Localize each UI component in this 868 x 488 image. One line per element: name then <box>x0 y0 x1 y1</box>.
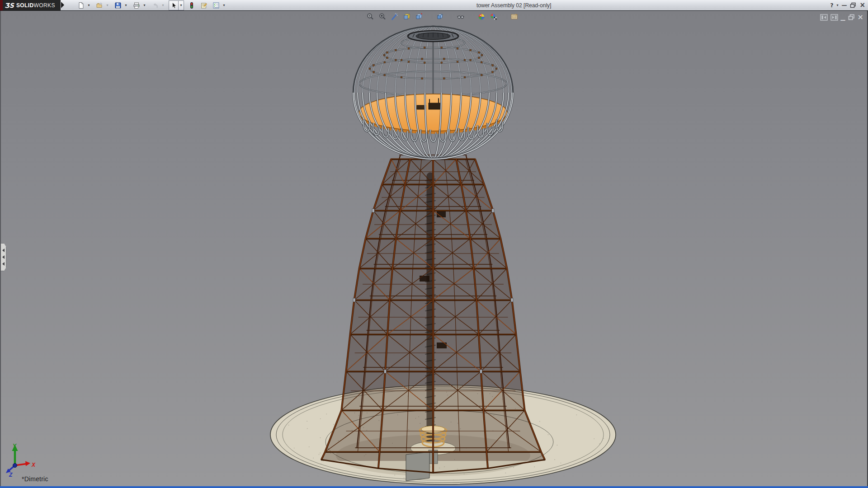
logo-red-stripe <box>0 0 3 10</box>
brand-text-solid: SOLID <box>16 2 34 9</box>
save-button[interactable] <box>113 0 123 10</box>
new-document-button[interactable] <box>76 0 86 10</box>
solidworks-logo: ƷS SOLIDWORKS <box>0 0 61 10</box>
document-window-controls: ▁ × <box>820 14 863 21</box>
view-settings-frame-button[interactable] <box>509 12 519 22</box>
print-dropdown[interactable]: ▾ <box>142 0 147 10</box>
collapse-arrow-icon <box>2 249 5 252</box>
open-folder-dropdown[interactable]: ▾ <box>104 0 110 10</box>
doc-restore-button[interactable] <box>848 14 855 20</box>
select-cursor-button[interactable] <box>169 0 179 10</box>
doc-minimize-button[interactable]: ▁ <box>841 14 845 20</box>
zoom-to-area-button[interactable] <box>377 12 387 22</box>
doc-restore-icon <box>848 14 855 20</box>
new-document-dropdown[interactable]: ▾ <box>86 0 92 10</box>
restore-button[interactable] <box>850 2 856 8</box>
next-window-button[interactable] <box>830 14 838 21</box>
feature-manager-collapsed-tab[interactable] <box>1 243 6 271</box>
apply-scene-sphere-button[interactable] <box>489 12 499 22</box>
options-list-dropdown[interactable]: ▾ <box>221 0 227 10</box>
model-canvas[interactable]: X Y Z <box>1 11 867 486</box>
toolbar-flyout-arrow-icon[interactable] <box>61 2 64 8</box>
view-orientation-label: *Dimetric <box>22 475 48 483</box>
help-dropdown-icon[interactable]: ▾ <box>836 4 838 7</box>
triad-x-label: X <box>31 462 36 468</box>
section-view-button[interactable] <box>402 12 412 22</box>
window-title: tower Assembly 02 [Read-only] <box>476 0 551 10</box>
prev-window-button[interactable] <box>820 14 828 21</box>
restore-icon <box>850 2 856 8</box>
edit-appearance-sphere-button[interactable] <box>476 12 486 22</box>
reference-triad: X Y Z <box>6 443 36 478</box>
triad-z-label: Z <box>9 472 13 478</box>
triad-y-label: Y <box>13 443 17 449</box>
next-window-icon <box>830 14 838 21</box>
view-orientation-cube-button[interactable] <box>414 12 424 22</box>
graphics-viewport[interactable]: X Y Z ▁ × *Dimetric <box>0 11 868 486</box>
title-bar: ƷS SOLIDWORKS ▾▾▾▾▾▾▾ tower Assembly 02 … <box>0 0 868 11</box>
heads-up-view-toolbar <box>365 12 522 22</box>
open-folder-button[interactable] <box>94 0 104 10</box>
dome-cage <box>353 26 513 159</box>
undo-dropdown[interactable]: ▾ <box>160 0 166 10</box>
collapse-arrow-icon <box>2 255 5 259</box>
display-style-cube-button[interactable] <box>435 12 445 22</box>
help-button[interactable]: ? <box>830 3 833 8</box>
window-bottom-border <box>0 486 868 488</box>
solidworks-mark-icon: ƷS <box>5 2 14 9</box>
close-button[interactable]: × <box>859 2 865 9</box>
select-cursor-dropdown[interactable]: ▾ <box>179 0 184 10</box>
undo-button[interactable] <box>150 0 160 10</box>
properties-note-button[interactable] <box>199 0 209 10</box>
magnified-selection-wand-button[interactable] <box>390 12 400 22</box>
solidworks-window: ƷS SOLIDWORKS ▾▾▾▾▾▾▾ tower Assembly 02 … <box>0 0 868 488</box>
brand-text-works: WORKS <box>34 2 55 9</box>
rebuild-traffic-light-button[interactable] <box>187 0 197 10</box>
doc-close-button[interactable]: × <box>858 14 863 21</box>
print-button[interactable] <box>132 0 142 10</box>
zoom-to-fit-button[interactable] <box>365 12 375 22</box>
prev-window-icon <box>820 14 828 21</box>
hide-show-items-glasses-button[interactable] <box>456 12 466 22</box>
collapse-arrow-icon <box>2 262 5 266</box>
standard-toolbar: ▾▾▾▾▾▾▾ <box>76 0 230 10</box>
options-list-button[interactable] <box>211 0 221 10</box>
window-controls: ? ▾ — × <box>830 0 865 10</box>
minimize-button[interactable]: — <box>841 3 847 8</box>
save-dropdown[interactable]: ▾ <box>123 0 129 10</box>
